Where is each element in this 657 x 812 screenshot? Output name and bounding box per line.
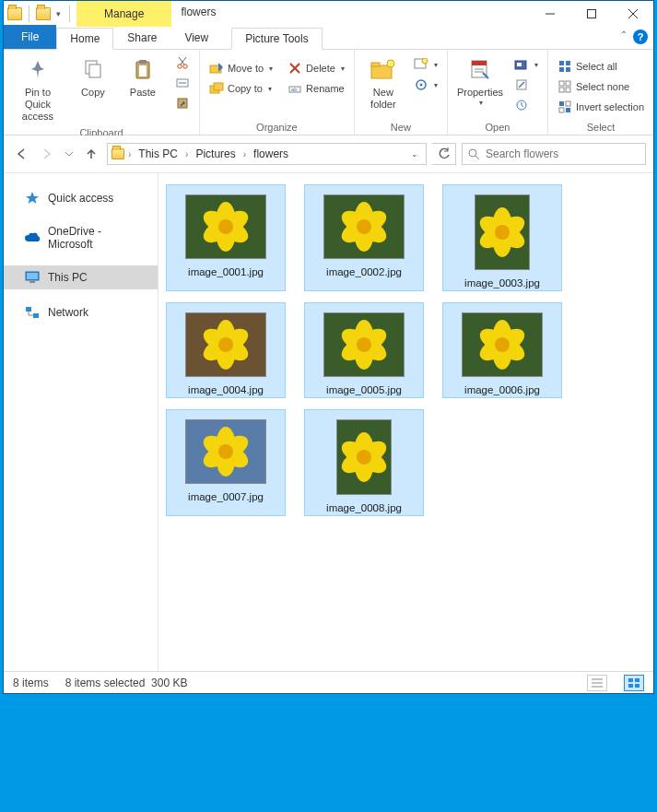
close-button[interactable] (612, 1, 653, 27)
forward-button[interactable] (37, 144, 57, 164)
tree-this-pc[interactable]: This PC (4, 265, 158, 289)
pin-quick-access-button[interactable]: Pin to Quick access (9, 53, 66, 125)
file-list[interactable]: image_0001.jpgimage_0002.jpgimage_0003.j… (158, 173, 653, 671)
file-item[interactable]: image_0008.jpg (304, 409, 424, 516)
window-title: flowers (171, 1, 529, 27)
rename-button[interactable]: ab Rename (284, 79, 348, 98)
svg-rect-38 (566, 61, 570, 65)
invert-selection-icon (558, 100, 571, 113)
paste-label: Paste (130, 87, 156, 99)
chevron-right-icon[interactable]: › (185, 149, 188, 159)
copy-path-icon (176, 76, 189, 89)
properties-label: Properties (457, 87, 503, 99)
paste-button[interactable]: Paste (120, 53, 166, 100)
tab-share[interactable]: Share (113, 27, 170, 49)
forward-icon (41, 147, 53, 160)
collapse-ribbon-icon[interactable]: ˆ (622, 30, 626, 43)
paste-icon (132, 59, 154, 81)
properties-button[interactable]: Properties▾ (453, 53, 507, 110)
up-icon (85, 147, 98, 160)
svg-rect-1 (587, 10, 595, 18)
file-item[interactable]: image_0005.jpg (304, 302, 424, 398)
tree-onedrive[interactable]: OneDrive - Microsoft (4, 221, 158, 254)
back-button[interactable] (11, 144, 31, 164)
tab-home[interactable]: Home (56, 28, 113, 50)
dropdown-icon: ▾ (341, 65, 345, 73)
open-button[interactable]: ▾ (510, 55, 542, 74)
edit-button[interactable] (510, 76, 542, 94)
copy-label: Copy (81, 87, 105, 99)
refresh-icon (438, 147, 451, 160)
history-button[interactable] (510, 96, 542, 114)
new-item-button[interactable]: ▾ (410, 55, 441, 74)
file-item[interactable]: image_0007.jpg (166, 409, 286, 516)
delete-label: Delete (306, 63, 335, 74)
group-label-open: Open (485, 122, 510, 133)
ribbon-group-organize: Move to▾ Copy to▾ Delete▾ ab Rename (200, 50, 355, 135)
new-folder-button[interactable]: New folder (360, 53, 406, 112)
folder-icon[interactable] (36, 7, 51, 20)
edit-icon (515, 78, 528, 91)
recent-locations-button[interactable] (63, 144, 76, 164)
easy-access-button[interactable]: ▾ (410, 76, 441, 94)
help-icon[interactable]: ? (633, 29, 648, 44)
search-input[interactable] (486, 147, 639, 160)
minimize-button[interactable] (529, 1, 570, 27)
ribbon-tabs: File Home Share View Picture Tools ˆ ? (4, 27, 653, 50)
delete-button[interactable]: Delete▾ (284, 59, 348, 77)
svg-text:ab: ab (291, 87, 298, 92)
select-none-button[interactable]: Select none (554, 77, 648, 96)
tree-network[interactable]: Network (4, 300, 158, 324)
up-button[interactable] (81, 144, 101, 164)
file-item[interactable]: image_0001.jpg (166, 184, 286, 291)
title-bar: ▾ Manage flowers (4, 1, 653, 27)
tree-quick-access[interactable]: Quick access (4, 186, 158, 210)
select-all-button[interactable]: Select all (554, 57, 648, 76)
thumbnails-view-button[interactable] (624, 675, 644, 691)
easy-access-icon (415, 78, 428, 91)
chevron-right-icon[interactable]: › (243, 149, 246, 159)
new-item-icon (414, 58, 428, 71)
maximize-button[interactable] (570, 1, 612, 27)
svg-rect-39 (559, 67, 564, 72)
cut-button[interactable] (171, 53, 194, 72)
details-view-button[interactable] (587, 675, 607, 691)
address-bar[interactable]: › This PC › Pictures › flowers ⌄ (107, 143, 427, 165)
breadcrumb-pictures[interactable]: Pictures (192, 146, 239, 162)
breadcrumb-current[interactable]: flowers (250, 146, 292, 162)
tab-picture-tools[interactable]: Picture Tools (231, 28, 322, 50)
ribbon-group-clipboard: Pin to Quick access Copy Paste Clipboard (4, 50, 200, 135)
file-item[interactable]: image_0002.jpg (304, 184, 424, 291)
copy-path-button[interactable] (171, 74, 194, 92)
tab-file[interactable]: File (4, 25, 56, 49)
thumbnails-view-icon (628, 678, 639, 688)
network-icon (25, 306, 40, 319)
tab-view[interactable]: View (170, 27, 222, 49)
qat-dropdown-icon[interactable]: ▾ (54, 7, 63, 20)
move-to-button[interactable]: Move to▾ (205, 59, 276, 77)
chevron-right-icon[interactable]: › (128, 149, 131, 159)
file-item[interactable]: image_0006.jpg (442, 302, 562, 398)
copy-button[interactable]: Copy (70, 53, 116, 100)
open-icon (514, 58, 529, 71)
navigation-bar: › This PC › Pictures › flowers ⌄ (4, 135, 653, 173)
folder-icon[interactable] (7, 7, 22, 20)
folder-icon (111, 148, 124, 159)
refresh-button[interactable] (432, 143, 456, 165)
breadcrumb-this-pc[interactable]: This PC (135, 146, 182, 162)
dropdown-icon: ▾ (269, 65, 273, 73)
copy-to-label: Copy to (228, 83, 263, 94)
svg-rect-54 (26, 307, 31, 312)
search-box[interactable] (462, 143, 646, 165)
svg-rect-41 (559, 81, 564, 86)
svg-rect-62 (635, 684, 639, 688)
invert-selection-button[interactable]: Invert selection (554, 98, 648, 116)
delete-icon (288, 62, 301, 75)
paste-shortcut-button[interactable] (171, 94, 194, 112)
copy-to-button[interactable]: Copy to▾ (205, 79, 276, 98)
svg-rect-53 (29, 281, 35, 283)
address-dropdown-icon[interactable]: ⌄ (407, 149, 422, 159)
dropdown-icon: ▾ (268, 85, 272, 93)
file-item[interactable]: image_0003.jpg (442, 184, 562, 291)
file-item[interactable]: image_0004.jpg (166, 302, 286, 398)
